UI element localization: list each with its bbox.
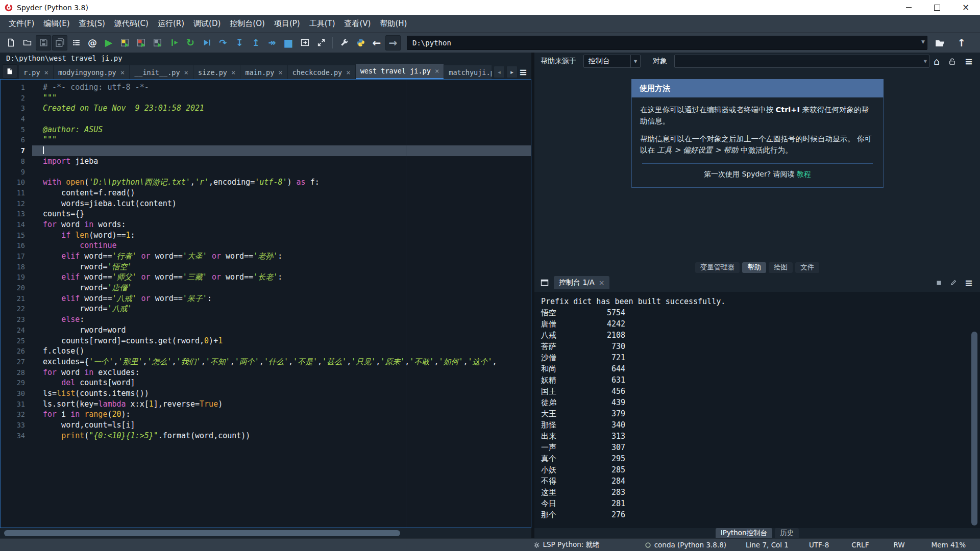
minimize-button[interactable] xyxy=(894,0,923,15)
rerun-cell-icon[interactable] xyxy=(150,35,165,51)
code-line[interactable]: 15 if len(word)==1: xyxy=(1,230,531,241)
pane-tab[interactable]: 绘图 xyxy=(769,262,793,273)
new-window-icon[interactable] xyxy=(297,35,312,51)
editor-tab[interactable]: r.py× xyxy=(19,65,53,79)
browse-directory-icon[interactable] xyxy=(933,35,948,51)
code-line[interactable]: 27excludes={'一个','那里','怎么','我们','不知','两个… xyxy=(1,357,531,367)
tab-close-icon[interactable]: × xyxy=(184,68,188,77)
interrupt-kernel-icon[interactable] xyxy=(936,280,942,286)
code-line[interactable]: 29 del counts[word] xyxy=(1,378,531,388)
code-line[interactable]: 19 elif word=='师父' or word=='三藏' or word… xyxy=(1,272,531,283)
code-line[interactable]: 16 continue xyxy=(1,240,531,251)
console-window-icon[interactable] xyxy=(541,279,549,287)
editor-options-menu-icon[interactable]: ≡ xyxy=(519,67,527,77)
menu-item[interactable]: 帮助(H) xyxy=(375,19,411,29)
menu-item[interactable]: 调试(D) xyxy=(189,19,225,29)
stop-icon[interactable]: ■ xyxy=(281,35,296,51)
tab-close-icon[interactable]: × xyxy=(44,68,48,77)
rerun-last-icon[interactable]: ↻ xyxy=(183,35,198,51)
code-line[interactable]: 30ls=list(counts.items()) xyxy=(1,388,531,399)
close-button[interactable]: × xyxy=(951,0,980,15)
help-options-menu-icon[interactable]: ≡ xyxy=(965,57,973,66)
menu-item[interactable]: 源代码(C) xyxy=(110,19,153,29)
code-line[interactable]: 3Created on Tue Nov 9 23:01:58 2021 xyxy=(1,103,531,114)
pane-tab[interactable]: 文件 xyxy=(795,262,819,273)
debug-icon[interactable] xyxy=(199,35,214,51)
code-line[interactable]: 28for word in excludes: xyxy=(1,367,531,378)
new-file-icon[interactable] xyxy=(3,35,18,51)
code-line[interactable]: 25 counts[rword]=counts.get(rword,0)+1 xyxy=(1,336,531,346)
menu-item[interactable]: 控制台(O) xyxy=(225,19,270,29)
parent-directory-icon[interactable]: ↑ xyxy=(954,35,969,51)
code-line[interactable]: 6""" xyxy=(1,135,531,145)
tab-close-icon[interactable]: × xyxy=(231,68,235,77)
editor-tab[interactable]: modyingyong.py× xyxy=(54,65,129,79)
run-selection-icon[interactable] xyxy=(166,35,182,51)
tab-close-icon[interactable]: × xyxy=(599,279,605,287)
code-line[interactable]: 9 xyxy=(1,167,531,178)
code-line[interactable]: 23 else: xyxy=(1,314,531,325)
maximize-button[interactable] xyxy=(923,0,951,15)
scroll-tabs-left-icon[interactable]: ◂ xyxy=(494,66,505,78)
editor-tab[interactable]: checkcode.py× xyxy=(288,65,355,79)
forward-icon[interactable]: → xyxy=(385,35,401,51)
menu-item[interactable]: 编辑(E) xyxy=(39,19,74,29)
console-options-menu-icon[interactable]: ≡ xyxy=(965,278,973,288)
code-line[interactable]: 14for word in words: xyxy=(1,219,531,230)
save-icon[interactable] xyxy=(36,35,51,51)
tab-close-icon[interactable]: × xyxy=(435,67,439,75)
pane-tab[interactable]: IPython控制台 xyxy=(716,528,772,539)
menu-item[interactable]: 查找(S) xyxy=(75,19,110,29)
code-editor[interactable]: 1# -*- coding: utf-8 -*-2"""3Created on … xyxy=(0,79,531,528)
code-line[interactable]: 4 xyxy=(1,114,531,124)
back-icon[interactable]: ← xyxy=(369,35,384,51)
home-icon[interactable]: ⌂ xyxy=(934,57,940,66)
menu-item[interactable]: 项目(P) xyxy=(270,19,305,29)
code-line[interactable]: 7 xyxy=(1,145,531,156)
open-file-icon[interactable] xyxy=(19,35,35,51)
step-over-icon[interactable]: ↷ xyxy=(215,35,231,51)
maximize-pane-icon[interactable] xyxy=(313,35,329,51)
python-path-icon[interactable] xyxy=(353,35,368,51)
code-line[interactable]: 34 print("{0:<10}{1:>5}".format(word,cou… xyxy=(1,431,531,441)
code-line[interactable]: 2""" xyxy=(1,93,531,104)
help-object-input[interactable]: ▼ xyxy=(674,55,929,68)
save-all-icon[interactable] xyxy=(52,35,67,51)
editor-tab[interactable]: main.py× xyxy=(240,65,287,79)
chevron-down-icon[interactable]: ▼ xyxy=(921,39,925,44)
inspect-pencil-icon[interactable] xyxy=(950,279,957,286)
code-line[interactable]: 26f.close() xyxy=(1,346,531,357)
editor-tab[interactable]: __init__.py× xyxy=(130,65,193,79)
pane-tab[interactable]: 历史 xyxy=(775,528,799,539)
code-line[interactable]: 13counts={} xyxy=(1,209,531,219)
outline-explorer-icon[interactable] xyxy=(68,35,84,51)
continue-icon[interactable]: ↠ xyxy=(264,35,280,51)
menu-item[interactable]: 工具(T) xyxy=(305,19,340,29)
menu-item[interactable]: 查看(V) xyxy=(340,19,376,29)
chevron-down-icon[interactable]: ▼ xyxy=(630,55,640,67)
code-line[interactable]: 21 elif word=='八戒' or word=='呆子': xyxy=(1,293,531,304)
console-tab[interactable]: 控制台 1/A × xyxy=(554,276,609,289)
working-directory-combo[interactable]: D:\python ▼ xyxy=(407,36,927,50)
step-out-icon[interactable]: ↥ xyxy=(248,35,263,51)
code-line[interactable]: 24 rword=word xyxy=(1,325,531,336)
tab-close-icon[interactable]: × xyxy=(346,68,350,77)
code-line[interactable]: 18 rword='悟空' xyxy=(1,262,531,272)
tab-close-icon[interactable]: × xyxy=(120,68,125,77)
scrollbar-thumb[interactable] xyxy=(4,530,400,536)
code-line[interactable]: 20 rword='唐僧' xyxy=(1,283,531,293)
code-line[interactable]: 1# -*- coding: utf-8 -*- xyxy=(1,82,531,93)
editor-horizontal-scrollbar[interactable] xyxy=(0,528,531,538)
tab-close-icon[interactable]: × xyxy=(278,68,282,77)
tutorial-link[interactable]: 教程 xyxy=(797,170,811,178)
code-line[interactable]: 12 words=jieba.lcut(content) xyxy=(1,198,531,209)
code-line[interactable]: 33 word,count=ls[i] xyxy=(1,420,531,431)
help-source-combo[interactable]: 控制台 ▼ xyxy=(583,55,641,68)
editor-tab[interactable]: size.py× xyxy=(193,65,240,79)
code-line[interactable]: 8import jieba xyxy=(1,156,531,167)
run-cell-advance-icon[interactable] xyxy=(134,35,149,51)
editor-tab[interactable]: matchyuji.py× xyxy=(444,65,492,79)
run-icon[interactable]: ▶ xyxy=(101,35,116,51)
step-into-icon[interactable]: ↧ xyxy=(232,35,247,51)
console-scrollbar-thumb[interactable] xyxy=(971,332,977,525)
